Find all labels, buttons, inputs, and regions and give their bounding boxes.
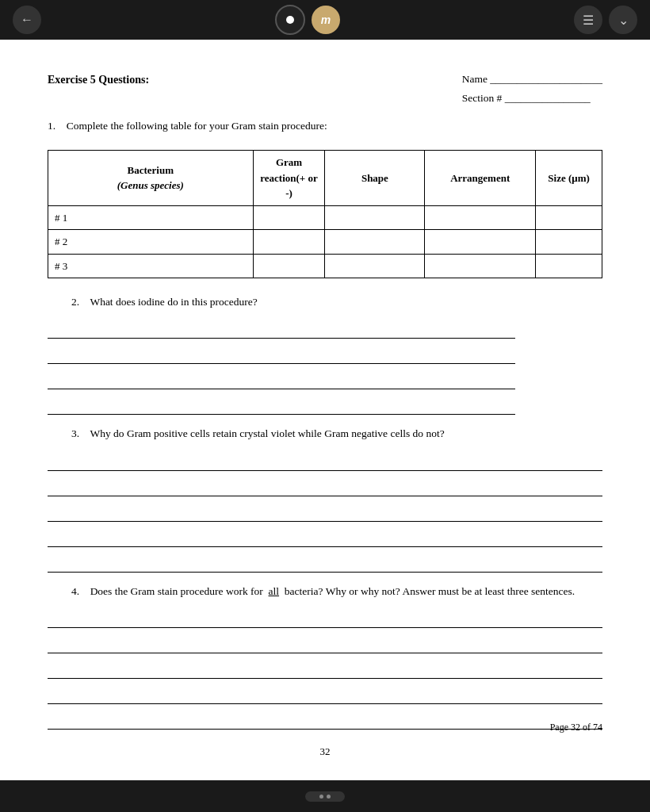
back-button[interactable]: ←: [13, 6, 41, 34]
question-2-text: 2. What does iodine do in this procedure…: [71, 294, 602, 310]
q2-answer-line-4: [48, 400, 515, 415]
back-icon: ←: [21, 13, 33, 27]
row3-bacterium: # 3: [48, 254, 254, 278]
document-page: Exercise 5 Questions: Name _____________…: [0, 40, 650, 780]
row3-shape: [325, 254, 425, 278]
q3-text: Why do Gram positive cells retain crysta…: [90, 427, 444, 439]
circle-icon-button[interactable]: [275, 5, 305, 35]
scroll-dot-2: [327, 795, 331, 799]
q4-answer-line-1: [48, 614, 602, 628]
col-bacterium: Bacterium (Genus species): [48, 151, 254, 206]
top-navigation-bar: ← m ☰ ⌄: [0, 0, 650, 40]
row1-arrangement: [425, 205, 536, 230]
row2-size: [536, 230, 602, 255]
q4-text-part1: Does the Gram stain procedure work for: [90, 585, 263, 597]
q4-answer-line-5: [48, 715, 602, 730]
row3-arrangement: [425, 254, 536, 278]
name-underline: _____________________: [490, 73, 602, 85]
col-size: Size (μm): [536, 151, 602, 206]
table-row: # 2: [48, 230, 602, 255]
bacterium-header: Bacterium: [128, 164, 174, 176]
section-line: Section # ________________: [462, 90, 602, 106]
row3-size: [536, 254, 602, 278]
q3-answer-line-1: [48, 457, 602, 471]
table-header-row: Bacterium (Genus species) Gram reaction(…: [48, 151, 602, 206]
question-3-text: 3. Why do Gram positive cells retain cry…: [71, 426, 602, 442]
q1-number: 1.: [48, 120, 55, 132]
q3-answer-area: [48, 457, 602, 573]
question-3-block: 3. Why do Gram positive cells retain cry…: [48, 426, 602, 442]
col-arrangement: Arrangement: [425, 151, 536, 206]
question-4-text: 4. Does the Gram stain procedure work fo…: [71, 584, 602, 599]
q2-text: What does iodine do in this procedure?: [90, 296, 257, 308]
nav-center: m: [275, 5, 340, 35]
q4-answer-line-4: [48, 690, 602, 704]
row2-bacterium: # 2: [48, 230, 254, 255]
q2-answer-line-3: [48, 375, 515, 389]
nav-right: ☰ ⌄: [574, 6, 637, 34]
q4-answer-line-3: [48, 665, 602, 679]
exercise-title-text: Exercise 5 Questions:: [48, 74, 149, 86]
row3-gram: [253, 254, 325, 278]
gram-stain-table: Bacterium (Genus species) Gram reaction(…: [48, 150, 602, 278]
name-section: Name _____________________ Section # ___…: [462, 71, 602, 107]
avatar-label: m: [321, 13, 331, 26]
q1-text: Complete the following table for your Gr…: [67, 120, 327, 132]
q2-answer-area: [48, 324, 602, 415]
q3-answer-line-4: [48, 533, 602, 547]
avatar-button[interactable]: m: [312, 6, 340, 34]
q4-all-underlined: all: [269, 585, 280, 597]
menu-icon: ☰: [583, 13, 594, 28]
page-of-total-text: Page 32 of 74: [550, 722, 602, 733]
document-wrapper: Exercise 5 Questions: Name _____________…: [0, 40, 650, 780]
gram-header: Gram reaction(+ or -): [260, 156, 318, 199]
col-shape: Shape: [325, 151, 425, 206]
q3-answer-line-5: [48, 558, 602, 573]
nav-left: ←: [13, 6, 41, 34]
section-underline: ________________: [505, 92, 591, 104]
q2-answer-line-2: [48, 350, 515, 364]
q2-number: 2.: [71, 296, 79, 308]
section-label: Section #: [462, 92, 503, 104]
table-body: # 1 # 2: [48, 205, 602, 278]
row3-id: # 3: [55, 260, 67, 272]
question-4-block: 4. Does the Gram stain procedure work fo…: [48, 584, 602, 599]
q3-number: 3.: [71, 427, 79, 439]
size-header: Size (μm): [548, 172, 590, 184]
menu-button[interactable]: ☰: [574, 6, 602, 34]
page-of-total: Page 32 of 74: [550, 720, 602, 734]
table-row: # 3: [48, 254, 602, 278]
row1-bacterium: # 1: [48, 205, 254, 230]
q4-number: 4.: [71, 585, 79, 597]
row2-shape: [325, 230, 425, 255]
q3-answer-line-2: [48, 482, 602, 496]
row1-gram: [253, 205, 325, 230]
chevron-down-icon: ⌄: [618, 13, 629, 28]
chevron-down-button[interactable]: ⌄: [609, 6, 637, 34]
q2-answer-line-1: [48, 324, 515, 339]
circle-icon: [286, 16, 294, 24]
q4-answer-area: [48, 614, 602, 730]
shape-header: Shape: [361, 172, 388, 184]
row2-arrangement: [425, 230, 536, 255]
scroll-indicator[interactable]: [305, 791, 345, 802]
arrangement-header: Arrangement: [450, 172, 510, 184]
row1-size: [536, 205, 602, 230]
question-1-text: 1. Complete the following table for your…: [48, 118, 602, 134]
q4-answer-line-2: [48, 639, 602, 653]
col-gram: Gram reaction(+ or -): [253, 151, 325, 206]
row1-id: # 1: [55, 212, 67, 224]
row2-id: # 2: [55, 236, 67, 247]
page-footer: [0, 780, 650, 812]
row1-shape: [325, 205, 425, 230]
name-label: Name: [462, 73, 488, 85]
name-line: Name _____________________: [462, 71, 602, 87]
doc-page-number: 32: [48, 744, 602, 760]
row2-gram: [253, 230, 325, 255]
exercise-title: Exercise 5 Questions:: [48, 71, 149, 107]
q4-text-part2: bacteria? Why or why not? Answer must be…: [285, 585, 575, 597]
question-2-block: 2. What does iodine do in this procedure…: [48, 294, 602, 310]
document-header: Exercise 5 Questions: Name _____________…: [48, 71, 602, 107]
table-row: # 1: [48, 205, 602, 230]
question-1-block: 1. Complete the following table for your…: [48, 118, 602, 279]
